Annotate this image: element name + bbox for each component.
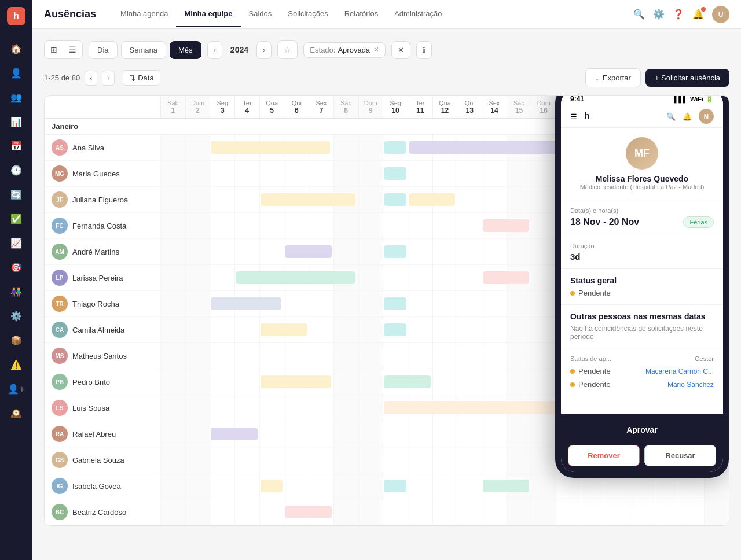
sidebar-icon-adduser[interactable]: 👤+ [6,378,27,399]
nav-relatorios[interactable]: Relatórios [336,1,387,27]
day-cell-1 [185,369,210,395]
sidebar-icon-settings2[interactable]: ⚙️ [6,305,27,326]
help-icon[interactable]: ❓ [673,9,684,20]
filter-value: Aprovada [338,46,370,54]
mobile-nav: ☰ h 🔍 🔔 M [561,105,723,128]
prev-period-btn[interactable]: ‹ [207,41,222,59]
absence-bar[interactable] [384,375,430,388]
sidebar-icon-target[interactable]: 🎯 [6,257,27,278]
solicitar-ausencia-btn[interactable]: + Solicitar ausência [645,69,729,87]
week-period-btn[interactable]: Semana [121,41,166,59]
absence-bar[interactable] [384,167,406,180]
mobile-search-icon[interactable]: 🔍 [666,112,676,121]
day-cell-11 [432,447,457,473]
sidebar-icon-alert[interactable]: ⚠️ [6,354,27,375]
mobile-menu-icon[interactable]: ☰ [570,112,577,121]
day-cell-14 [507,369,531,395]
mobile-status-row: Pendente [570,289,714,297]
prev-page-btn[interactable]: ‹ [85,71,97,86]
user-avatar[interactable]: U [712,6,729,23]
day-cell-8 [358,395,383,421]
absence-bar[interactable] [483,480,529,492]
absence-bar[interactable] [261,193,355,206]
absence-bar[interactable] [211,297,281,310]
absence-bar[interactable] [285,245,331,258]
absence-bar[interactable] [211,428,257,440]
sidebar-icon-box[interactable]: 📦 [6,330,27,351]
table-row[interactable]: BCBeatriz Cardoso [45,499,729,525]
absence-bar[interactable] [261,323,307,336]
absence-bar[interactable] [384,297,406,310]
sidebar-icon-home[interactable]: 🏠 [6,38,27,59]
nav-minha-agenda[interactable]: Minha agenda [112,1,176,27]
day-cell-4 [259,317,284,342]
next-period-btn[interactable]: › [256,41,272,59]
info-btn[interactable]: ℹ [416,41,432,59]
avatar: PB [52,374,68,390]
sidebar-icon-chart[interactable]: 📊 [6,111,27,132]
mobile-remove-btn[interactable]: Remover [568,445,640,466]
absence-bar[interactable] [261,480,283,492]
mobile-no-match-text: Não há coincidências de solicitações nes… [570,325,714,341]
day-cell-15 [531,265,556,290]
sidebar-icon-person[interactable]: 👤 [6,62,27,83]
day-cell-12 [457,161,482,186]
day-cell-17 [581,499,606,525]
day-cell-13 [482,265,507,290]
nav-minha-equipe[interactable]: Minha equipe [176,1,240,27]
day-cell-14 [507,239,531,264]
day-cell-15 [531,161,556,186]
settings-icon[interactable]: ⚙️ [653,9,665,20]
mobile-user-avatar[interactable]: M [699,109,714,124]
favorite-btn[interactable]: ☆ [277,40,298,59]
absence-bar[interactable] [409,141,576,154]
sidebar-icon-calendar[interactable]: 📅 [6,135,27,156]
app-logo[interactable]: h [7,7,25,25]
absence-bar[interactable] [384,193,406,206]
nav-saldos[interactable]: Saldos [241,1,280,27]
month-period-btn[interactable]: Mês [170,41,201,59]
next-page-btn[interactable]: › [102,71,115,86]
notifications-icon[interactable]: 🔔 [692,9,704,20]
mobile-refuse-btn[interactable]: Recusar [644,445,716,466]
mobile-bell-icon[interactable]: 🔔 [683,112,692,121]
nav-solicitacoes[interactable]: Solicitações [280,1,336,27]
absence-bar[interactable] [261,375,331,388]
absence-bar[interactable] [384,323,406,336]
approval-manager-1[interactable]: Macarena Carrión C... [645,367,714,375]
avatar: MG [52,165,68,182]
sidebar-icon-users2[interactable]: 👫 [6,281,27,302]
search-icon[interactable]: 🔍 [633,9,645,20]
day-cell-1 [185,265,210,290]
day-cell-5 [284,291,309,316]
approval-manager-2[interactable]: Mario Sanchez [667,381,714,389]
sort-btn[interactable]: ⇅ Data [123,70,160,86]
absence-bar[interactable] [384,480,406,492]
absence-bar[interactable] [285,506,331,518]
filter-remove-icon[interactable]: ✕ [373,46,379,54]
grid-view-btn[interactable]: ⊞ [45,41,63,58]
clear-filter-btn[interactable]: ✕ [391,41,410,59]
absence-bar[interactable] [384,141,406,154]
sidebar-icon-check[interactable]: ✅ [6,208,27,229]
day-cell-12 [457,421,482,447]
day-header-13: Qui13 [457,96,482,118]
absence-bar[interactable] [483,219,529,232]
nav-administracao[interactable]: Administração [386,1,450,27]
absence-bar[interactable] [211,141,329,154]
day-period-btn[interactable]: Dia [89,41,118,59]
absence-bar[interactable] [483,271,529,284]
export-btn[interactable]: ↓ Exportar [585,68,641,87]
mobile-approve-btn[interactable]: Aprovar [568,419,716,440]
absence-bar[interactable] [236,271,355,284]
absence-bar[interactable] [384,245,406,258]
sidebar-icon-history[interactable]: 🕰️ [6,403,27,423]
sidebar-icon-analytics[interactable]: 📈 [6,233,27,253]
sidebar-icon-refresh[interactable]: 🔄 [6,184,27,205]
day-cell-14 [507,291,531,316]
absence-bar[interactable] [384,401,575,414]
sidebar-icon-clock[interactable]: 🕐 [6,160,27,180]
absence-bar[interactable] [409,193,455,206]
sidebar-icon-group[interactable]: 👥 [6,87,27,108]
list-view-btn[interactable]: ☰ [63,41,82,58]
